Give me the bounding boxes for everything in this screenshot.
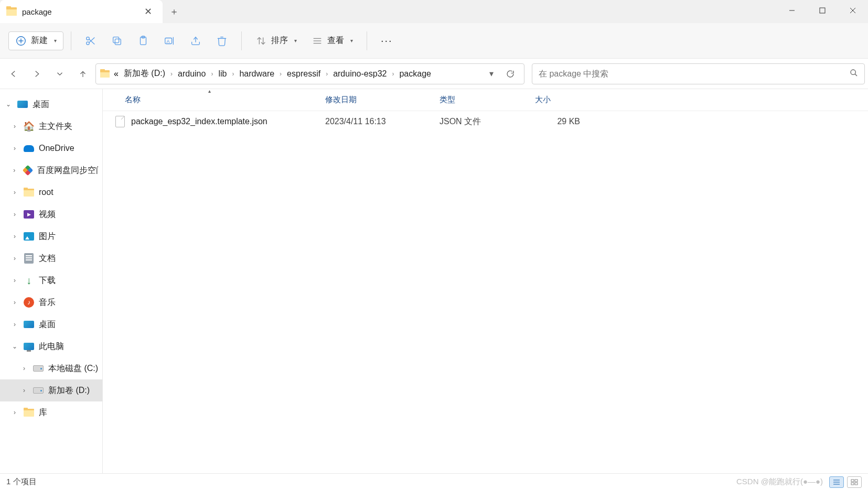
drive-icon — [33, 385, 44, 396]
column-name[interactable]: ▴ 名称 — [103, 89, 317, 111]
sort-button[interactable]: 排序 ▾ — [249, 31, 303, 51]
chevron-right-icon[interactable]: › — [210, 70, 214, 78]
sidebar-item[interactable]: ›文档 — [0, 247, 102, 269]
sidebar-item[interactable]: ›百度网盘同步空间 — [0, 159, 102, 181]
chevron-right-icon[interactable]: › — [10, 321, 19, 328]
address-box[interactable]: « 新加卷 (D:)›arduino›lib›hardware›espressi… — [95, 63, 524, 84]
search-box[interactable] — [532, 63, 865, 84]
breadcrumb-overflow[interactable]: « — [113, 68, 120, 80]
sidebar-item-label: 库 — [39, 407, 47, 418]
back-button[interactable] — [3, 63, 24, 84]
details-view-button[interactable] — [829, 476, 844, 488]
breadcrumb-item[interactable]: arduino — [177, 68, 207, 80]
folder-icon — [23, 407, 35, 418]
copy-button[interactable] — [105, 31, 129, 51]
title-bar: package ✕ ＋ — [0, 0, 868, 23]
svg-rect-34 — [851, 483, 854, 485]
sidebar-item[interactable]: ⌄此电脑 — [0, 335, 102, 357]
recent-button[interactable] — [49, 63, 70, 84]
delete-button[interactable] — [210, 31, 234, 51]
sidebar-item[interactable]: ⌄桌面 — [0, 93, 102, 115]
minimize-button[interactable] — [777, 0, 807, 21]
view-label: 查看 — [327, 35, 344, 46]
chevron-right-icon[interactable]: › — [231, 70, 235, 78]
forward-button[interactable] — [26, 63, 47, 84]
sidebar-item[interactable]: ›新加卷 (D:) — [0, 379, 102, 401]
rename-icon: A — [164, 35, 175, 47]
tab-package[interactable]: package ✕ — [0, 0, 163, 23]
new-button[interactable]: 新建 ▾ — [8, 31, 63, 50]
sort-label: 排序 — [271, 35, 288, 46]
sidebar-item-label: 桌面 — [33, 99, 49, 110]
breadcrumb-item[interactable]: package — [398, 68, 432, 80]
chevron-right-icon[interactable]: › — [10, 233, 19, 240]
refresh-button[interactable] — [501, 64, 520, 83]
sidebar-item[interactable]: ›♪音乐 — [0, 291, 102, 313]
window-controls — [777, 0, 868, 21]
thumbnails-view-button[interactable] — [847, 476, 862, 488]
sidebar[interactable]: ⌄桌面›🏠主文件夹›OneDrive›百度网盘同步空间›root›▶视频›图片›… — [0, 89, 103, 473]
sidebar-item[interactable]: ›OneDrive — [0, 137, 102, 159]
sidebar-item[interactable]: ›图片 — [0, 225, 102, 247]
column-date[interactable]: 修改日期 — [317, 89, 431, 111]
clipboard-icon — [137, 35, 149, 47]
close-button[interactable] — [838, 0, 868, 21]
breadcrumb-item[interactable]: espressif — [286, 68, 322, 80]
chevron-right-icon[interactable]: › — [391, 70, 395, 78]
sidebar-item[interactable]: ›root — [0, 181, 102, 203]
more-button[interactable]: ··· — [374, 30, 399, 51]
share-button[interactable] — [184, 31, 208, 51]
sidebar-item[interactable]: ›↓下载 — [0, 269, 102, 291]
svg-rect-11 — [115, 39, 121, 45]
rename-button[interactable]: A — [157, 31, 181, 51]
plus-circle-icon — [15, 35, 27, 47]
file-rows: package_esp32_index.template.json2023/4/… — [103, 111, 868, 132]
address-dropdown[interactable]: ▾ — [485, 69, 498, 79]
search-input[interactable] — [539, 69, 850, 79]
breadcrumb-item[interactable]: 新加卷 (D:) — [123, 67, 166, 80]
chevron-right-icon[interactable]: › — [10, 255, 19, 262]
sidebar-item[interactable]: ›🏠主文件夹 — [0, 115, 102, 137]
chevron-down-icon[interactable]: ⌄ — [4, 101, 13, 108]
chevron-right-icon[interactable]: › — [10, 123, 19, 130]
sidebar-item[interactable]: ›库 — [0, 401, 102, 423]
breadcrumb-item[interactable]: arduino-esp32 — [332, 68, 388, 80]
chevron-right-icon[interactable]: › — [278, 70, 283, 78]
chevron-right-icon[interactable]: › — [10, 145, 19, 152]
file-date: 2023/4/11 16:13 — [317, 117, 431, 126]
chevron-right-icon[interactable]: › — [10, 409, 19, 416]
svg-rect-1 — [820, 8, 825, 13]
file-row[interactable]: package_esp32_index.template.json2023/4/… — [103, 111, 868, 132]
column-type[interactable]: 类型 — [431, 89, 527, 111]
chevron-right-icon[interactable]: › — [10, 211, 19, 218]
column-size[interactable]: 大小 — [527, 89, 588, 111]
sidebar-item-label: 音乐 — [39, 297, 56, 308]
sidebar-item[interactable]: ›本地磁盘 (C:) — [0, 357, 102, 379]
copy-icon — [111, 35, 123, 47]
breadcrumb-item[interactable]: lib — [217, 68, 228, 80]
chevron-down-icon: ▾ — [54, 38, 57, 43]
chevron-right-icon[interactable]: › — [20, 387, 28, 394]
new-tab-button[interactable]: ＋ — [163, 0, 186, 23]
chevron-right-icon[interactable]: › — [10, 277, 19, 284]
chevron-right-icon[interactable]: › — [325, 70, 329, 78]
sidebar-item[interactable]: ›桌面 — [0, 313, 102, 335]
maximize-button[interactable] — [807, 0, 838, 21]
chevron-right-icon[interactable]: › — [10, 167, 18, 174]
close-icon[interactable]: ✕ — [142, 4, 154, 19]
separator — [241, 31, 242, 50]
chevron-right-icon[interactable]: › — [169, 70, 174, 78]
paste-button[interactable] — [131, 31, 155, 51]
chevron-right-icon[interactable]: › — [10, 299, 19, 306]
breadcrumb-item[interactable]: hardware — [238, 68, 275, 80]
column-size-label: 大小 — [535, 95, 551, 105]
sidebar-item-label: 图片 — [39, 231, 56, 242]
cut-button[interactable] — [79, 31, 103, 51]
chevron-down-icon[interactable]: ⌄ — [10, 343, 19, 350]
chevron-right-icon[interactable]: › — [20, 365, 28, 372]
chevron-right-icon[interactable]: › — [10, 189, 19, 196]
view-button[interactable]: 查看 ▾ — [305, 31, 359, 51]
baidu-icon — [23, 165, 33, 176]
up-button[interactable] — [72, 63, 93, 84]
sidebar-item[interactable]: ›▶视频 — [0, 203, 102, 225]
